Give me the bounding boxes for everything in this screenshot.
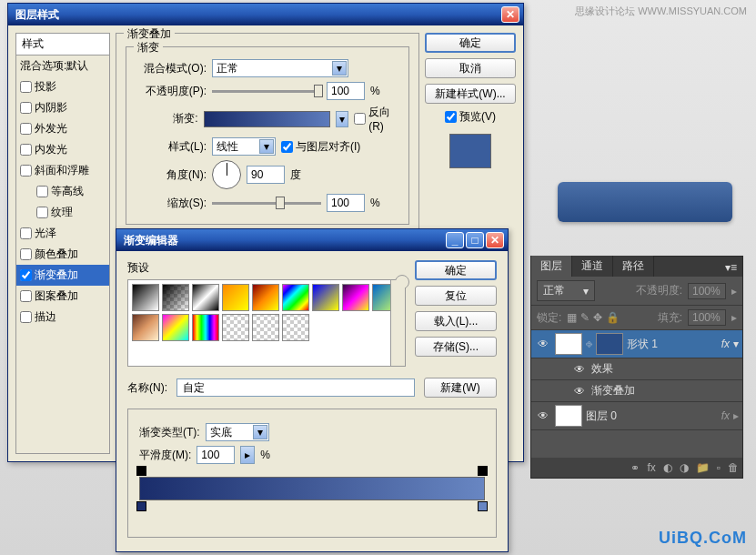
panel-menu-icon[interactable]: ▾≡	[720, 258, 742, 277]
lock-pixels-icon[interactable]: ✎	[580, 311, 590, 324]
style-list-header[interactable]: 样式	[16, 34, 109, 56]
align-layer-checkbox[interactable]	[281, 141, 293, 153]
style-texture[interactable]: 纹理	[33, 202, 109, 223]
opacity-stop[interactable]	[136, 466, 146, 476]
chevron-icon[interactable]: ▸	[731, 285, 737, 298]
gradient-bar[interactable]	[139, 477, 485, 500]
style-select[interactable]: 线性▾	[212, 137, 276, 156]
drop-shadow-checkbox[interactable]	[20, 81, 32, 93]
color-overlay-checkbox[interactable]	[20, 248, 32, 260]
stroke-checkbox[interactable]	[20, 311, 32, 323]
adjustment-icon[interactable]: ◑	[680, 461, 689, 474]
contour-checkbox[interactable]	[36, 186, 48, 197]
style-inner-glow[interactable]: 内发光	[16, 139, 109, 160]
visibility-icon[interactable]: 👁	[535, 337, 551, 351]
tab-layers[interactable]: 图层	[531, 256, 572, 277]
layer-0[interactable]: 👁 图层 0 fx ▸	[531, 402, 742, 430]
lock-all-icon[interactable]: 🔒	[606, 311, 620, 324]
inner-glow-checkbox[interactable]	[20, 144, 32, 156]
visibility-icon[interactable]: 👁	[571, 362, 588, 377]
preset-swatch[interactable]	[132, 284, 159, 311]
preset-swatch[interactable]	[252, 284, 279, 311]
layer-shape-1[interactable]: 👁 ⎆ 形状 1 fx ▾	[531, 330, 742, 358]
preset-swatch[interactable]	[222, 284, 249, 311]
reverse-checkbox-label[interactable]: 反向(R)	[354, 105, 399, 133]
fill-input[interactable]: 100%	[688, 309, 726, 326]
ok-button[interactable]: 确定	[425, 33, 516, 53]
style-drop-shadow[interactable]: 投影	[16, 76, 109, 97]
preset-swatch[interactable]	[342, 284, 369, 311]
bevel-checkbox[interactable]	[20, 165, 32, 177]
opacity-slider[interactable]	[212, 90, 321, 93]
preset-swatch[interactable]	[222, 314, 249, 341]
preset-swatch[interactable]	[192, 314, 219, 341]
reset-button[interactable]: 复位	[415, 286, 497, 306]
visibility-icon[interactable]: 👁	[571, 384, 588, 399]
angle-dial[interactable]	[212, 160, 241, 189]
gradient-overlay-checkbox[interactable]	[20, 269, 32, 281]
close-icon[interactable]: ✕	[501, 6, 519, 23]
lock-transparency-icon[interactable]: ▦	[567, 311, 577, 324]
preset-scrollbar[interactable]	[390, 280, 405, 366]
preset-swatch[interactable]	[162, 284, 189, 311]
fx-badge[interactable]: fx	[721, 338, 730, 350]
name-input[interactable]: 自定	[176, 378, 415, 397]
new-style-button[interactable]: 新建样式(W)...	[425, 84, 516, 104]
style-inner-shadow[interactable]: 内阴影	[16, 97, 109, 118]
scale-slider[interactable]	[212, 202, 321, 205]
texture-checkbox[interactable]	[36, 207, 48, 218]
gradient-bar-editor[interactable]	[139, 477, 485, 500]
color-stop[interactable]	[478, 501, 488, 511]
layer-thumb[interactable]	[555, 405, 582, 427]
gradient-editor-titlebar[interactable]: 渐变编辑器 _ □ ✕	[116, 229, 508, 251]
style-gradient-overlay[interactable]: 渐变叠加	[16, 265, 109, 286]
outer-glow-checkbox[interactable]	[20, 123, 32, 135]
fx-expand-icon[interactable]: ▾	[733, 338, 739, 350]
gradient-type-select[interactable]: 实底▾	[206, 423, 269, 441]
new-layer-icon[interactable]: ▫	[717, 461, 721, 474]
preview-checkbox-label[interactable]: 预览(V)	[425, 109, 516, 125]
style-pattern-overlay[interactable]: 图案叠加	[16, 286, 109, 307]
fx-icon[interactable]: fx	[647, 461, 655, 474]
preview-checkbox[interactable]	[445, 111, 457, 123]
lock-position-icon[interactable]: ✥	[593, 311, 602, 324]
inner-shadow-checkbox[interactable]	[20, 102, 32, 114]
preset-swatch[interactable]	[282, 314, 309, 341]
group-icon[interactable]: 📁	[696, 461, 710, 474]
mask-icon[interactable]: ◐	[663, 461, 672, 474]
blend-mode-select[interactable]: 正常▾	[212, 59, 348, 77]
minimize-icon[interactable]: _	[446, 232, 464, 248]
close-icon[interactable]: ✕	[486, 232, 504, 248]
preset-swatch[interactable]	[252, 314, 279, 341]
gradient-preview[interactable]	[204, 111, 330, 127]
save-button[interactable]: 存储(S)...	[415, 337, 497, 357]
tab-channels[interactable]: 通道	[572, 256, 613, 277]
effect-gradient-overlay[interactable]: 👁 渐变叠加	[531, 380, 742, 402]
vector-mask-thumb[interactable]	[596, 333, 623, 355]
opacity-stop[interactable]	[478, 466, 488, 476]
layer-style-titlebar[interactable]: 图层样式 ✕	[8, 4, 523, 25]
fx-badge[interactable]: fx	[721, 409, 730, 422]
style-satin[interactable]: 光泽	[16, 223, 109, 244]
effects-row[interactable]: 👁 效果	[531, 358, 742, 380]
chevron-icon[interactable]: ▸	[731, 311, 737, 324]
scale-input[interactable]: 100	[327, 194, 365, 212]
layer-name[interactable]: 形状 1	[627, 337, 658, 352]
preset-swatch[interactable]	[282, 284, 309, 311]
trash-icon[interactable]: 🗑	[728, 461, 739, 474]
visibility-icon[interactable]: 👁	[535, 409, 551, 423]
satin-checkbox[interactable]	[20, 227, 32, 239]
preset-swatch[interactable]	[132, 314, 159, 341]
fx-expand-icon[interactable]: ▸	[733, 409, 739, 422]
opacity-input[interactable]: 100	[327, 82, 365, 100]
preset-swatch[interactable]	[192, 284, 219, 311]
gradient-dropdown-icon[interactable]: ▾	[336, 111, 348, 127]
pattern-overlay-checkbox[interactable]	[20, 290, 32, 302]
opacity-input[interactable]: 100%	[688, 283, 726, 299]
layer-name[interactable]: 图层 0	[586, 409, 617, 424]
color-stop[interactable]	[136, 501, 146, 511]
layer-thumb[interactable]	[555, 333, 582, 355]
maximize-icon[interactable]: □	[466, 232, 484, 248]
preset-swatch[interactable]	[162, 314, 189, 341]
reverse-checkbox[interactable]	[354, 113, 366, 125]
